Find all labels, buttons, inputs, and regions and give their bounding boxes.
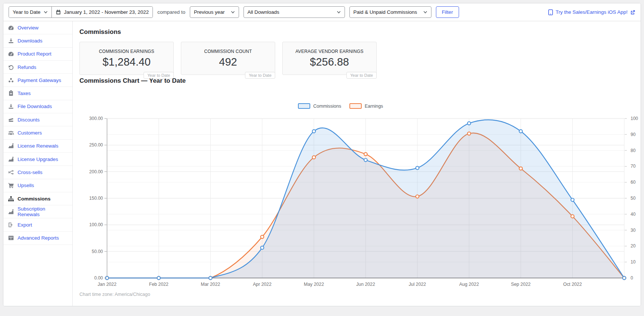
tile-value: 492 bbox=[219, 56, 237, 68]
tile-value: $1,284.40 bbox=[103, 56, 151, 68]
sidebar-item-label: License Upgrades bbox=[18, 157, 58, 162]
compare-period-value: Previous year bbox=[194, 9, 225, 15]
download-icon bbox=[8, 103, 14, 110]
sidebar-item-export[interactable]: Export bbox=[3, 218, 72, 231]
legend-entry-commissions[interactable]: Commissions bbox=[298, 103, 341, 109]
sidebar-item-label: Upsells bbox=[18, 183, 34, 188]
sidebar-item-commissions[interactable]: Commissions bbox=[3, 192, 72, 205]
content-row: OverviewDownloadsProduct ReportRefundsPa… bbox=[3, 21, 641, 306]
chevron-down-icon bbox=[231, 11, 235, 14]
commission-status-select[interactable]: Paid & Unpaid Commissions bbox=[349, 6, 431, 18]
svg-text:100.00: 100.00 bbox=[89, 222, 103, 227]
svg-text:Mar 2022: Mar 2022 bbox=[201, 282, 220, 287]
page-title: Commissions bbox=[79, 28, 641, 36]
phone-icon bbox=[548, 9, 553, 15]
sidebar-item-subscription-renewals[interactable]: Subscription Renewals bbox=[3, 205, 72, 218]
sidebar-item-payment-gateways[interactable]: Payment Gateways bbox=[3, 74, 72, 87]
legend-swatch bbox=[349, 103, 362, 109]
sidebar-item-license-renewals[interactable]: License Renewals bbox=[3, 140, 72, 153]
legend-label: Commissions bbox=[313, 104, 341, 109]
svg-text:20: 20 bbox=[631, 243, 636, 249]
chart-flag-icon bbox=[8, 156, 14, 162]
svg-text:250.00: 250.00 bbox=[89, 142, 103, 148]
clipboard-icon bbox=[8, 90, 14, 97]
downloads-filter-select[interactable]: All Downloads bbox=[244, 6, 345, 18]
filters-toolbar: Year to Date January 1, 2022 - November … bbox=[3, 3, 641, 21]
cart-icon bbox=[8, 182, 14, 189]
calendar-icon bbox=[56, 9, 61, 15]
groups-icon bbox=[8, 130, 14, 136]
chevron-down-icon bbox=[337, 11, 341, 14]
tile-label: COMMISSION COUNT bbox=[204, 49, 252, 54]
svg-text:50: 50 bbox=[631, 196, 636, 201]
sidebar-item-label: Product Report bbox=[18, 51, 51, 57]
svg-text:May 2022: May 2022 bbox=[304, 282, 324, 287]
sidebar-item-label: Discounts bbox=[18, 117, 40, 123]
chart-legend: CommissionsEarnings bbox=[298, 103, 383, 109]
sidebar-item-product-report[interactable]: Product Report bbox=[3, 48, 72, 61]
sidebar-item-label: Taxes bbox=[18, 91, 31, 96]
sidebar-item-discounts[interactable]: Discounts bbox=[3, 113, 72, 126]
svg-text:80: 80 bbox=[631, 148, 636, 153]
sidebar-item-advanced-reports[interactable]: Advanced Reports bbox=[3, 232, 72, 245]
svg-text:Jul 2022: Jul 2022 bbox=[409, 282, 426, 287]
sidebar-item-label: Payment Gateways bbox=[18, 78, 61, 83]
svg-text:Aug 2022: Aug 2022 bbox=[459, 282, 479, 287]
sidebar-item-label: File Downloads bbox=[18, 104, 52, 109]
svg-text:Jun 2022: Jun 2022 bbox=[356, 282, 375, 287]
svg-text:200.00: 200.00 bbox=[89, 169, 103, 174]
tile-label: AVERAGE VENDOR EARNINGS bbox=[295, 49, 363, 54]
stat-tiles: COMMISSION EARNINGS$1,284.40Year to Date… bbox=[79, 42, 641, 75]
sidebar-item-label: License Renewals bbox=[18, 143, 59, 149]
tile-range-badge: Year to Date bbox=[144, 72, 174, 79]
svg-text:Oct 2022: Oct 2022 bbox=[563, 282, 582, 287]
legend-swatch bbox=[298, 103, 310, 109]
svg-text:Sep 2022: Sep 2022 bbox=[511, 282, 531, 287]
date-range-picker[interactable]: January 1, 2022 - November 23, 2022 bbox=[52, 7, 153, 18]
sidebar-item-label: Cross-sells bbox=[18, 170, 43, 175]
sidebar-item-label: Customers bbox=[18, 130, 42, 136]
svg-text:10: 10 bbox=[631, 259, 636, 265]
svg-text:100: 100 bbox=[631, 116, 638, 121]
sidebar-item-label: Overview bbox=[18, 25, 38, 31]
svg-text:Jan 2022: Jan 2022 bbox=[98, 282, 117, 287]
sidebar-item-upsells[interactable]: Upsells bbox=[3, 179, 72, 192]
download-icon bbox=[8, 38, 14, 44]
ios-app-link[interactable]: Try the Sales/Earnings iOS App! bbox=[548, 9, 635, 15]
sidebar-item-label: Export bbox=[18, 222, 32, 228]
svg-text:300.00: 300.00 bbox=[89, 116, 103, 121]
range-preset-select[interactable]: Year to Date bbox=[9, 7, 52, 18]
compared-to-label: compared to bbox=[157, 9, 185, 15]
svg-text:150.00: 150.00 bbox=[89, 196, 103, 201]
sidebar-item-license-upgrades[interactable]: License Upgrades bbox=[3, 153, 72, 166]
sidebar-item-downloads[interactable]: Downloads bbox=[3, 34, 72, 47]
chevron-down-icon bbox=[423, 11, 427, 14]
ios-app-link-label: Try the Sales/Earnings iOS App! bbox=[556, 9, 628, 15]
range-preset-value: Year to Date bbox=[13, 9, 41, 15]
sidebar-item-customers[interactable]: Customers bbox=[3, 126, 72, 139]
stat-tile: AVERAGE VENDOR EARNINGS$256.88Year to Da… bbox=[282, 42, 377, 75]
downloads-filter-value: All Downloads bbox=[248, 9, 280, 15]
svg-text:Feb 2022: Feb 2022 bbox=[149, 282, 169, 287]
compare-period-select[interactable]: Previous year bbox=[190, 6, 239, 18]
dashboard-icon bbox=[8, 51, 14, 57]
sidebar-item-overview[interactable]: Overview bbox=[3, 21, 72, 34]
reports-sidebar: OverviewDownloadsProduct ReportRefundsPa… bbox=[3, 21, 73, 306]
stat-tile: COMMISSION EARNINGS$1,284.40Year to Date bbox=[79, 42, 174, 75]
sidebar-item-taxes[interactable]: Taxes bbox=[3, 87, 72, 100]
dashboard-icon bbox=[8, 25, 14, 31]
sidebar-item-refunds[interactable]: Refunds bbox=[3, 61, 72, 74]
svg-text:60: 60 bbox=[631, 180, 636, 185]
filter-button[interactable]: Filter bbox=[436, 6, 459, 18]
chart-flag-icon bbox=[8, 143, 14, 149]
legend-entry-earnings[interactable]: Earnings bbox=[349, 103, 383, 109]
sidebar-item-label: Advanced Reports bbox=[18, 235, 59, 241]
tile-value: $256.88 bbox=[310, 56, 349, 68]
chart-flag-icon bbox=[8, 209, 14, 215]
sidebar-item-file-downloads[interactable]: File Downloads bbox=[3, 100, 72, 113]
external-link-icon bbox=[630, 10, 635, 15]
sidebar-item-cross-sells[interactable]: Cross-sells bbox=[3, 166, 72, 179]
commissions-chart[interactable]: 0.0050.00100.00150.00200.00250.00300.000… bbox=[79, 91, 641, 289]
date-range-group: Year to Date January 1, 2022 - November … bbox=[9, 6, 153, 18]
sidebar-item-label: Refunds bbox=[18, 64, 36, 70]
